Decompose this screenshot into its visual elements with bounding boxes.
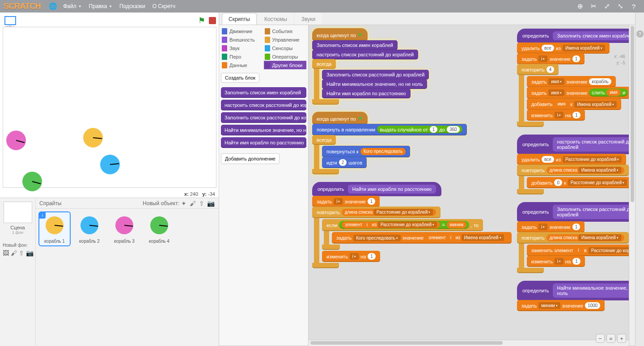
category-Управление[interactable]: Управление: [264, 35, 307, 44]
menu-bar: SCRATCH 🌐 Файл▼ Правка▼ Подсказки О Скре…: [0, 0, 644, 13]
stage-sprite-pink[interactable]: [5, 129, 27, 152]
workspace-vscroll[interactable]: [629, 25, 635, 346]
sprite-camera-icon[interactable]: 📷: [206, 200, 215, 207]
backdrop-paint-icon[interactable]: 🖌: [11, 249, 17, 257]
stamp-icon[interactable]: ⊕: [575, 1, 585, 11]
sprite-thumbnail[interactable]: iкорабль 1: [38, 211, 71, 246]
sprite-info-icon[interactable]: i: [39, 212, 46, 219]
new-sprite-label: Новый объект:: [143, 200, 179, 207]
category-Данные[interactable]: Данные: [221, 61, 264, 69]
script-stack[interactable]: когда щелкнут по ⚑ Заполнить список имен…: [312, 29, 504, 106]
palette-block[interactable]: Найти имя корабля по расстоянию: [221, 137, 306, 148]
sprite-name: корабль 2: [74, 239, 105, 244]
sprite-library-icon[interactable]: ✦: [179, 200, 188, 207]
stage-size-toggle[interactable]: v450.1: [4, 16, 16, 25]
menu-file[interactable]: Файл▼: [63, 3, 81, 9]
stage-backdrop-count: 1 фон: [1, 230, 34, 235]
menu-edit[interactable]: Правка▼: [89, 3, 112, 9]
workspace-hscroll[interactable]: [309, 340, 629, 346]
stage-sprite-blue[interactable]: [99, 153, 121, 176]
script-stack[interactable]: определитьЗаполнить список имен кораблей…: [517, 29, 635, 128]
category-Внешность[interactable]: Внешность: [221, 35, 264, 44]
backdrop-camera-icon[interactable]: 📷: [26, 249, 34, 257]
script-stack[interactable]: определитьНайти имя корабля по расстояни…: [312, 182, 504, 270]
sprite-name: корабль 1: [39, 239, 70, 244]
tips-collapsed[interactable]: ?: [635, 13, 644, 346]
tab-sounds[interactable]: Звуки: [295, 13, 322, 25]
editor-tabs: Скрипты Костюмы Звуки: [219, 13, 635, 25]
new-backdrop-label: Новый фон:: [1, 243, 34, 248]
sprite-name: корабль 3: [109, 239, 140, 244]
category-Перо[interactable]: Перо: [221, 52, 264, 61]
sprite-upload-icon[interactable]: ⇪: [197, 200, 206, 207]
sprite-panel: Сцена 1 фон Новый фон: 🖼 🖌 ⇪ 📷 Спрайты Н…: [0, 198, 219, 346]
menu-about[interactable]: О Скретч: [153, 3, 175, 9]
stage-thumbnail[interactable]: [4, 202, 32, 223]
script-stack[interactable]: определитьнастроить список расстояний до…: [517, 135, 635, 196]
sprite-paint-icon[interactable]: 🖌: [188, 200, 197, 207]
palette-block[interactable]: настроить список расстояний до кораблей: [221, 100, 306, 110]
scissors-icon[interactable]: ✂: [589, 1, 598, 11]
help-icon: ?: [636, 30, 644, 38]
sprite-thumbnail[interactable]: корабль 2: [73, 211, 106, 246]
category-События[interactable]: События: [264, 27, 307, 35]
stage-label: Сцена: [1, 225, 34, 230]
sprite-thumbnail[interactable]: корабль 3: [108, 211, 140, 246]
add-extension-button[interactable]: Добавить дополнение: [221, 153, 280, 164]
menu-tips[interactable]: Подсказки: [119, 3, 145, 9]
category-Движение[interactable]: Движение: [221, 27, 264, 35]
script-stack[interactable]: когда щелкнут по ⚑ повернуть в направлен…: [312, 112, 504, 176]
zoom-out-icon[interactable]: −: [596, 334, 605, 343]
stop-icon[interactable]: [209, 17, 216, 24]
category-Звук[interactable]: Звук: [221, 44, 264, 52]
hat-when-flag: когда щелкнут по ⚑: [312, 28, 368, 41]
sprite-thumbnail[interactable]: корабль 4: [143, 211, 175, 246]
grow-icon[interactable]: ⤢: [602, 1, 612, 11]
script-stack[interactable]: определитьНайти минимальное значение, но…: [517, 281, 635, 311]
category-Сенсоры[interactable]: Сенсоры: [264, 44, 307, 52]
tab-scripts[interactable]: Скрипты: [222, 13, 257, 25]
globe-icon[interactable]: 🌐: [48, 1, 58, 11]
palette-block[interactable]: Заполнить список имен кораблей: [221, 87, 306, 98]
zoom-in-icon[interactable]: +: [617, 334, 626, 343]
script-stack[interactable]: определитьЗаполнить список расстояний до…: [517, 202, 635, 274]
palette-block[interactable]: Заполнить список расстояний до кораблей: [221, 112, 306, 123]
backdrop-library-icon[interactable]: 🖼: [3, 249, 9, 257]
sprite-name: корабль 4: [144, 239, 174, 244]
backdrop-upload-icon[interactable]: ⇪: [19, 249, 24, 257]
tab-costumes[interactable]: Костюмы: [258, 13, 294, 25]
zoom-controls: − = +: [596, 334, 626, 343]
green-flag-icon[interactable]: ⚑: [198, 16, 205, 25]
shrink-icon[interactable]: ⤡: [615, 1, 625, 11]
palette-block[interactable]: Найти минимальное значение, но не ноль: [221, 125, 306, 135]
help-icon[interactable]: ?: [629, 1, 639, 11]
stage-sprite-green[interactable]: [21, 170, 43, 193]
workspace-coords: x: -46 y: -5: [614, 54, 625, 66]
block-palette: ДвижениеСобытияВнешностьУправлениеЗвукСе…: [219, 25, 309, 346]
zoom-reset-icon[interactable]: =: [606, 334, 615, 343]
make-block-button[interactable]: Создать блок: [221, 73, 259, 83]
scripts-workspace[interactable]: x: -46 y: -5 когда щелкнут по ⚑ Заполнит…: [309, 25, 635, 346]
category-Другие блоки[interactable]: Другие блоки: [264, 61, 307, 69]
stage-header: v450.1 ⚑: [3, 15, 216, 26]
sprites-title: Спрайты: [39, 200, 61, 207]
scratch-logo[interactable]: SCRATCH: [4, 2, 41, 11]
category-Операторы[interactable]: Операторы: [264, 52, 307, 61]
stage-sprite-yellow[interactable]: [82, 127, 104, 149]
stage[interactable]: [3, 27, 216, 188]
